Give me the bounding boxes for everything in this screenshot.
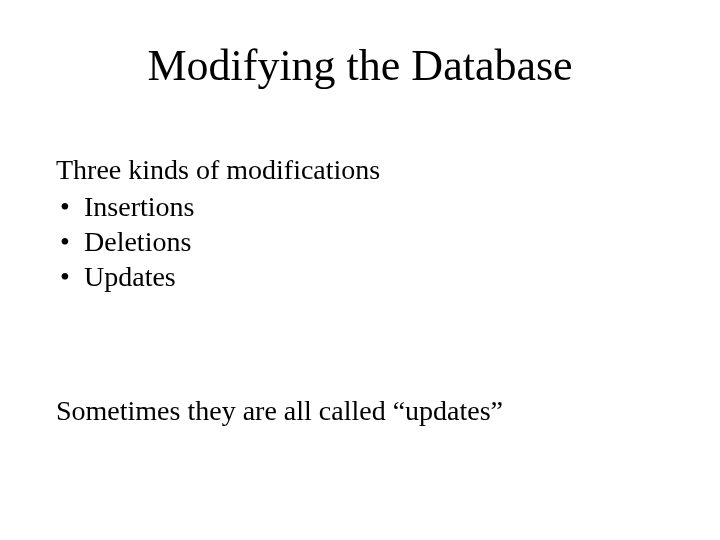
lead-text: Three kinds of modifications: [56, 152, 664, 187]
list-item: Deletions: [56, 224, 664, 259]
bullet-list: Insertions Deletions Updates: [56, 189, 664, 294]
list-item: Insertions: [56, 189, 664, 224]
list-item-label: Deletions: [84, 226, 191, 257]
slide-body: Three kinds of modifications Insertions …: [56, 152, 664, 294]
footer-note: Sometimes they are all called “updates”: [56, 395, 664, 427]
list-item: Updates: [56, 259, 664, 294]
list-item-label: Updates: [84, 261, 176, 292]
slide-title: Modifying the Database: [0, 40, 720, 91]
list-item-label: Insertions: [84, 191, 194, 222]
slide: Modifying the Database Three kinds of mo…: [0, 0, 720, 540]
